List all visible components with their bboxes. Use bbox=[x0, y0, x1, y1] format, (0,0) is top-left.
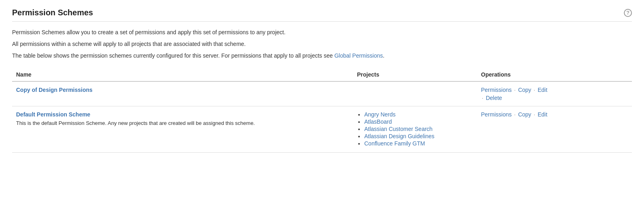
list-item: Atlassian Design Guidelines bbox=[364, 133, 473, 139]
page-title-bar: Permission Schemes ? bbox=[12, 8, 632, 22]
scheme-name-link-default-permission[interactable]: Default Permission Scheme bbox=[16, 111, 90, 118]
list-item: Confluence Family GTM bbox=[364, 140, 473, 147]
permission-schemes-table: Name Projects Operations Copy of Design … bbox=[12, 68, 632, 153]
cell-name-copy-of-design: Copy of Design Permissions bbox=[12, 81, 353, 106]
project-link[interactable]: Angry Nerds bbox=[364, 111, 396, 118]
cell-operations-copy-of-design: Permissions·Copy·Edit·Delete bbox=[477, 81, 632, 106]
scheme-name-link-copy-of-design[interactable]: Copy of Design Permissions bbox=[16, 87, 93, 93]
table-row: Default Permission SchemeThis is the def… bbox=[12, 106, 632, 153]
op-separator: · bbox=[514, 111, 516, 118]
op-link-edit[interactable]: Edit bbox=[538, 111, 547, 118]
op-link-edit[interactable]: Edit bbox=[538, 87, 547, 93]
project-link[interactable]: Atlassian Customer Search bbox=[364, 126, 433, 132]
op-link-permissions[interactable]: Permissions bbox=[481, 111, 512, 118]
op-separator: · bbox=[514, 87, 516, 93]
description-line-1: Permission Schemes allow you to create a… bbox=[12, 28, 632, 37]
global-permissions-link[interactable]: Global Permissions bbox=[334, 52, 383, 59]
project-link[interactable]: AtlasBoard bbox=[364, 118, 392, 125]
op-link-permissions[interactable]: Permissions bbox=[481, 87, 512, 93]
project-link[interactable]: Atlassian Design Guidelines bbox=[364, 133, 434, 139]
cell-name-default-permission: Default Permission SchemeThis is the def… bbox=[12, 106, 353, 153]
scheme-description-default-permission: This is the default Permission Scheme. A… bbox=[16, 119, 349, 127]
op-link-copy[interactable]: Copy bbox=[518, 111, 531, 118]
op-separator: · bbox=[534, 87, 535, 93]
help-icon[interactable]: ? bbox=[624, 9, 632, 17]
op-link-delete[interactable]: Delete bbox=[486, 95, 502, 101]
list-item: Angry Nerds bbox=[364, 111, 473, 118]
op-separator: · bbox=[482, 95, 483, 101]
op-separator: · bbox=[534, 111, 535, 118]
op-link-copy[interactable]: Copy bbox=[518, 87, 531, 93]
cell-projects-copy-of-design bbox=[353, 81, 477, 106]
permission-schemes-table-section: Name Projects Operations Copy of Design … bbox=[12, 68, 632, 153]
project-link[interactable]: Confluence Family GTM bbox=[364, 140, 425, 147]
cell-projects-default-permission: Angry NerdsAtlasBoardAtlassian Customer … bbox=[353, 106, 477, 153]
page-title-text: Permission Schemes bbox=[12, 8, 93, 17]
col-header-operations: Operations bbox=[477, 68, 632, 81]
list-item: AtlasBoard bbox=[364, 118, 473, 125]
description-line-2: All permissions within a scheme will app… bbox=[12, 40, 632, 48]
col-header-projects: Projects bbox=[353, 68, 477, 81]
cell-operations-default-permission: Permissions·Copy·Edit bbox=[477, 106, 632, 153]
list-item: Atlassian Customer Search bbox=[364, 126, 473, 132]
table-row: Copy of Design PermissionsPermissions·Co… bbox=[12, 81, 632, 106]
col-header-name: Name bbox=[12, 68, 353, 81]
description-line-3: The table below shows the permission sch… bbox=[12, 52, 632, 60]
